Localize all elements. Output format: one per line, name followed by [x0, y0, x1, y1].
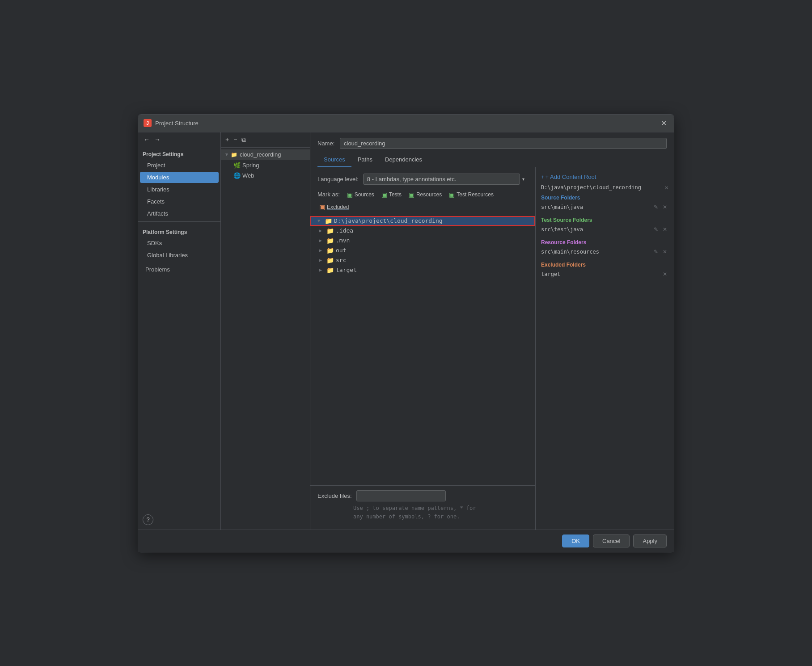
excluded-folder-path: target	[541, 271, 661, 277]
module-root-item[interactable]: ▼ 📁 cloud_recording	[221, 149, 310, 160]
exclude-files-input[interactable]	[356, 490, 446, 501]
main-content: Name: Sources Paths Dependencies	[310, 132, 674, 530]
exclude-hint: Use ; to separate name patterns, * for a…	[317, 504, 528, 521]
cancel-button[interactable]: Cancel	[593, 534, 630, 547]
right-panel: + + Add Content Root D:\java\project\clo…	[535, 167, 674, 530]
language-level-select[interactable]: 8 - Lambdas, type annotations etc.11 - L…	[363, 174, 520, 185]
folder-mvn-item[interactable]: ▶ 📁 .mvn	[310, 236, 535, 246]
project-structure-dialog: J Project Structure ✕ ← → Project Settin…	[138, 114, 674, 552]
source-folder-path: src\main\java	[541, 204, 652, 210]
folder-tree: ▼ 📁 D:\java\project\cloud_recording ▶ 📁 …	[310, 214, 535, 486]
excluded-folder-entry: target ✕	[541, 270, 668, 279]
sidebar-item-modules[interactable]: Modules	[140, 172, 219, 183]
web-icon: 🌐	[233, 172, 241, 179]
sidebar-item-project[interactable]: Project	[140, 160, 219, 171]
tab-dependencies[interactable]: Dependencies	[379, 153, 428, 167]
folder-idea-item[interactable]: ▶ 📁 .idea	[310, 226, 535, 236]
folder-out-icon: 📁	[326, 247, 334, 254]
mark-as-label: Mark as:	[317, 191, 340, 198]
module-spring-item[interactable]: 🌿 Spring	[221, 160, 310, 170]
sidebar-item-artifacts[interactable]: Artifacts	[140, 208, 219, 219]
resource-folders-section: Resource Folders src\main\resources ✎ ✕	[541, 239, 668, 256]
back-button[interactable]: ←	[143, 135, 151, 144]
source-folder-remove-button[interactable]: ✕	[661, 204, 668, 211]
content-area: Language level: 8 - Lambdas, type annota…	[310, 167, 674, 530]
add-content-root-button[interactable]: + + Add Content Root	[541, 172, 668, 182]
name-row: Name:	[310, 132, 674, 153]
sidebar-item-sdks[interactable]: SDKs	[140, 238, 219, 249]
tree-area: Language level: 8 - Lambdas, type annota…	[310, 167, 535, 530]
mark-resources-button[interactable]: ▣ Resources	[407, 190, 444, 199]
sidebar-item-facets[interactable]: Facets	[140, 196, 219, 207]
resource-folder-entry: src\main\resources ✎ ✕	[541, 247, 668, 256]
content-root-remove-button[interactable]: ✕	[665, 184, 668, 191]
sidebar-item-libraries[interactable]: Libraries	[140, 184, 219, 195]
excluded-folders-title: Excluded Folders	[541, 262, 668, 268]
mark-excluded-button[interactable]: ▣ Excluded	[317, 203, 351, 212]
module-tree: ▼ 📁 cloud_recording 🌿 Spring 🌐 Web	[221, 148, 310, 530]
add-icon: +	[541, 174, 545, 180]
folder-root-item[interactable]: ▼ 📁 D:\java\project\cloud_recording	[310, 216, 535, 226]
module-folder-icon: 📁	[231, 151, 238, 158]
tree-arrow-icon: ▼	[224, 152, 229, 157]
tabs-row: Sources Paths Dependencies	[310, 153, 674, 167]
title-bar: J Project Structure ✕	[138, 115, 674, 132]
mark-tests-button[interactable]: ▣ Tests	[380, 190, 403, 199]
sidebar-item-problems[interactable]: Problems	[138, 264, 220, 275]
apply-button[interactable]: Apply	[633, 534, 667, 547]
sidebar: ← → Project Settings Project Modules Lib…	[138, 132, 221, 530]
excluded-folder-remove-button[interactable]: ✕	[661, 271, 668, 278]
forward-button[interactable]: →	[153, 135, 161, 144]
project-settings-section: Project Settings	[138, 147, 220, 159]
copy-module-button[interactable]: ⧉	[241, 135, 247, 144]
source-folder-actions: ✎ ✕	[652, 204, 668, 211]
close-button[interactable]: ✕	[659, 117, 668, 129]
tests-mark-icon: ▣	[381, 191, 387, 198]
test-source-folders-section: Test Source Folders src\test\java ✎ ✕	[541, 217, 668, 234]
folder-out-item[interactable]: ▶ 📁 out	[310, 246, 535, 255]
select-arrow-icon: ▾	[522, 177, 524, 182]
module-toolbar: + − ⧉	[221, 132, 310, 148]
folder-target-item[interactable]: ▶ 📁 target	[310, 265, 535, 275]
folder-target-icon: 📁	[326, 267, 334, 274]
source-folder-edit-button[interactable]: ✎	[652, 204, 660, 211]
ok-button[interactable]: OK	[562, 534, 589, 547]
folder-root-arrow-icon: ▼	[317, 218, 323, 223]
spring-icon: 🌿	[233, 162, 241, 169]
folder-idea-arrow-icon: ▶	[319, 228, 325, 233]
mark-test-resources-button[interactable]: ▣ Test Resources	[447, 190, 495, 199]
sidebar-nav-row: ← →	[138, 132, 220, 147]
folder-src-arrow-icon: ▶	[319, 258, 325, 263]
tab-sources[interactable]: Sources	[317, 153, 351, 167]
folder-src-item[interactable]: ▶ 📁 src	[310, 255, 535, 265]
language-level-row: Language level: 8 - Lambdas, type annota…	[310, 171, 535, 187]
remove-module-button[interactable]: −	[233, 135, 238, 144]
exclude-files-label: Exclude files:	[317, 492, 352, 499]
resource-folder-edit-button[interactable]: ✎	[652, 248, 660, 255]
source-folders-section: Source Folders src\main\java ✎ ✕	[541, 195, 668, 212]
folder-idea-icon: 📁	[326, 227, 334, 234]
folder-mvn-arrow-icon: ▶	[319, 238, 325, 243]
language-level-label: Language level:	[317, 176, 359, 182]
test-source-folder-path: src\test\java	[541, 226, 652, 233]
module-web-item[interactable]: 🌐 Web	[221, 170, 310, 181]
excluded-mark-icon: ▣	[319, 204, 325, 211]
sidebar-item-global-libraries[interactable]: Global Libraries	[140, 250, 219, 261]
add-module-button[interactable]: +	[224, 135, 230, 144]
exclude-files-section: Exclude files: Use ; to separate name pa…	[310, 485, 535, 526]
help-button[interactable]: ?	[143, 514, 153, 525]
test-resources-mark-icon: ▣	[449, 191, 455, 198]
tab-paths[interactable]: Paths	[351, 153, 379, 167]
resource-folder-remove-button[interactable]: ✕	[661, 248, 668, 255]
test-source-folder-remove-button[interactable]: ✕	[661, 226, 668, 233]
folder-target-arrow-icon: ▶	[319, 267, 325, 272]
test-source-folder-edit-button[interactable]: ✎	[652, 226, 660, 233]
resource-folders-title: Resource Folders	[541, 239, 668, 246]
name-input[interactable]	[340, 138, 667, 149]
language-level-select-wrapper: 8 - Lambdas, type annotations etc.11 - L…	[363, 174, 528, 185]
module-panel: + − ⧉ ▼ 📁 cloud_recording 🌿 Spring 🌐 Web	[221, 132, 310, 530]
name-label: Name:	[317, 140, 335, 147]
dialog-body: ← → Project Settings Project Modules Lib…	[138, 132, 674, 530]
mark-sources-button[interactable]: ▣ Sources	[345, 190, 376, 199]
test-source-folder-entry: src\test\java ✎ ✕	[541, 225, 668, 234]
